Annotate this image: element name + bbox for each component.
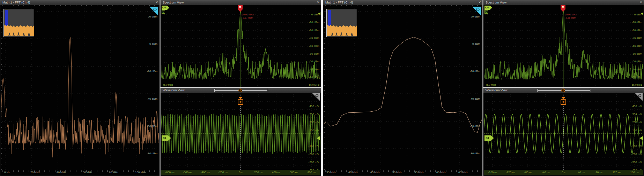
waveform-x-axis-label: -120 ns <box>502 170 519 175</box>
spectrum-title: Spectrum View <box>486 1 506 4</box>
waveform-x-axis-label: -800 ns <box>161 170 179 175</box>
waveform-x-axis-label: -400 ns <box>197 170 214 175</box>
spectrum-start-frequency: 45.0 MHz <box>163 84 173 86</box>
waveform-time-axis: -800 ns-600 ns-400 ns-200 ns0 s200 ns400… <box>161 170 320 175</box>
waveform-x-axis-label: 160 ns <box>626 170 643 175</box>
reference-level-arrow[interactable] <box>641 12 643 15</box>
spectrum-start-frequency: 45.0 MHz <box>486 84 496 86</box>
slider-left-bracket[interactable] <box>214 89 216 92</box>
waveform-x-axis-label: -160 ns <box>484 170 502 175</box>
waveform-plot: T C4 400 mV300 mV200 mV100 mV-100 mV-200… <box>484 93 643 170</box>
trace-mode-badge[interactable]: N <box>162 10 165 14</box>
channel-badge[interactable]: C4 <box>484 6 492 10</box>
waveform-title: Waveform View <box>486 89 508 92</box>
waveform-x-axis-label: -200 ns <box>214 170 232 175</box>
fft-preview-thumbnail[interactable] <box>326 9 357 37</box>
spectrum-titlebar[interactable]: Spectrum View ✕ <box>483 0 644 5</box>
magnifier-icon[interactable] <box>312 93 320 101</box>
spectrum-view-panel: Spectrum View ✕ C4 N R 50.00 MHz -2.37 d… <box>160 0 321 87</box>
waveform-x-axis-label: 0 s <box>232 170 250 175</box>
waveform-title: Waveform View <box>163 89 185 92</box>
channel-badge[interactable]: C4 <box>162 6 169 10</box>
spectrum-title: Spectrum View <box>163 1 184 4</box>
waveform-time-axis: -160 ns-120 ns-80 ns-40 ns0 s40 ns80 ns1… <box>484 170 643 175</box>
waveform-x-axis-label: -80 ns <box>519 170 537 175</box>
fft-plot: 20 dBm0 dBm-20 dBm-40 dBm-60 dBm-80 dBm … <box>1 5 159 175</box>
slider-left-bracket[interactable] <box>537 89 539 92</box>
spectrum-close-button[interactable]: ✕ <box>317 0 319 5</box>
spectrum-channel-badge[interactable]: C4 N <box>484 6 493 14</box>
ground-level-arrow[interactable] <box>639 136 643 140</box>
magnifier-icon[interactable] <box>472 6 481 16</box>
fft-titlebar[interactable]: Math 1 - FFT (Ch 4) ✕ <box>0 0 160 5</box>
waveform-x-axis-label: -600 ns <box>179 170 197 175</box>
waveform-titlebar[interactable]: Waveform View T <box>483 88 644 93</box>
trigger-letter: T <box>238 99 243 105</box>
spectrum-stop-frequency: 55.0 MHz <box>309 84 319 86</box>
spectrum-channel-badge[interactable]: C4 N <box>162 6 170 14</box>
math-fft-panel: Math 1 - FFT (Ch 4) ✕ <box>323 0 483 176</box>
waveform-x-axis-label: 400 ns <box>267 170 285 175</box>
magnifier-icon[interactable] <box>635 93 643 101</box>
slider-trigger-knob[interactable]: T <box>561 89 565 92</box>
fft-close-button[interactable]: ✕ <box>478 0 481 5</box>
waveform-x-axis-label: 800 ns <box>303 170 320 175</box>
display-group-1: Math 1 - FFT (Ch 4) ✕ <box>0 0 321 176</box>
spectrum-plot <box>484 5 643 87</box>
waveform-titlebar[interactable]: Waveform View T <box>161 88 321 93</box>
spectrum-close-button[interactable]: ✕ <box>639 0 642 5</box>
spectrum-plot-area[interactable] <box>484 5 643 87</box>
spectrum-plot <box>161 5 320 87</box>
oscilloscope-screen: Math 1 - FFT (Ch 4) ✕ <box>0 0 644 176</box>
fft-close-button[interactable]: ✕ <box>155 0 158 5</box>
waveform-view-panel: Waveform View T T C4 <box>160 88 321 176</box>
trigger-indicator-flag[interactable]: T <box>561 97 566 105</box>
fft-title: Math 1 - FFT (Ch 4) <box>2 1 30 4</box>
zoom-window-slider[interactable]: T <box>214 89 268 92</box>
math-fft-panel: Math 1 - FFT (Ch 4) ✕ <box>0 0 160 176</box>
spectrum-titlebar[interactable]: Spectrum View ✕ <box>161 0 321 5</box>
waveform-x-axis-label: 40 ns <box>572 170 590 175</box>
trigger-indicator-flag[interactable]: T <box>238 97 243 105</box>
fft-plot: 20 dBm0 dBm-20 dBm-40 dBm-60 dBm-80 dBm … <box>324 5 482 175</box>
waveform-plot: T C4 400 mV300 mV200 mV100 mV-100 mV-200… <box>161 93 320 170</box>
reference-level-arrow[interactable] <box>318 12 320 15</box>
display-group-2: Math 1 - FFT (Ch 4) ✕ <box>323 0 644 176</box>
slider-right-bracket[interactable] <box>590 89 591 92</box>
spectrum-plot-area[interactable] <box>161 5 320 87</box>
waveform-x-axis-label: 0 s <box>555 170 572 175</box>
spectrum-stop-frequency: 55.0 MHz <box>632 84 642 86</box>
waveform-view-panel: Waveform View T T C4 <box>483 88 644 176</box>
fft-preview-thumbnail[interactable] <box>3 9 34 37</box>
magnifier-icon[interactable] <box>149 6 158 16</box>
spectrum-view-panel: Spectrum View ✕ C4 N R 50.00 MHz -2.38 d… <box>483 0 644 87</box>
waveform-x-axis-label: -40 ns <box>537 170 555 175</box>
waveform-x-axis-label: 600 ns <box>285 170 303 175</box>
trace-mode-badge[interactable]: N <box>484 10 488 14</box>
fft-title: Math 1 - FFT (Ch 4) <box>325 1 353 4</box>
slider-trigger-knob[interactable]: T <box>238 89 242 92</box>
waveform-x-axis-label: 200 ns <box>250 170 267 175</box>
waveform-x-axis-label: 80 ns <box>590 170 608 175</box>
fft-titlebar[interactable]: Math 1 - FFT (Ch 4) ✕ <box>323 0 482 5</box>
trigger-letter: T <box>561 99 566 105</box>
waveform-x-axis-label: 120 ns <box>608 170 626 175</box>
zoom-window-slider[interactable]: T <box>537 89 591 92</box>
ground-level-arrow[interactable] <box>317 136 320 140</box>
slider-right-bracket[interactable] <box>267 89 268 92</box>
